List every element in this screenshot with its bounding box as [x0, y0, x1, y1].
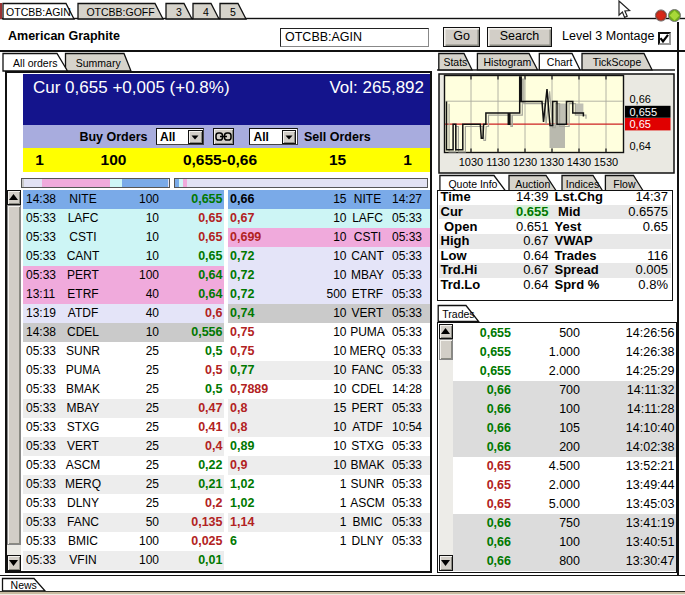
svg-text:OTCBB:GOFF: OTCBB:GOFF — [86, 6, 154, 18]
svg-text:Chart: Chart — [547, 56, 573, 68]
svg-text:0,66: 0,66 — [630, 93, 651, 105]
svg-text:3: 3 — [176, 6, 182, 18]
svg-text:0,65: 0,65 — [630, 118, 651, 130]
svg-text:Indices: Indices — [566, 178, 599, 190]
svg-text:Stats: Stats — [443, 56, 467, 68]
svg-text:OTCBB:AGIN: OTCBB:AGIN — [6, 6, 71, 18]
svg-text:Trades: Trades — [442, 308, 474, 320]
svg-text:TickScope: TickScope — [593, 56, 642, 68]
svg-text:0,655: 0,655 — [630, 106, 658, 118]
svg-text:Quote Info: Quote Info — [448, 178, 497, 190]
svg-text:Auction: Auction — [515, 178, 550, 190]
svg-text:Flow: Flow — [613, 178, 636, 190]
svg-text:1230: 1230 — [513, 156, 537, 168]
svg-text:4: 4 — [203, 6, 209, 18]
svg-text:1030: 1030 — [459, 156, 483, 168]
svg-text:Histogram: Histogram — [484, 56, 532, 68]
svg-text:5: 5 — [230, 6, 236, 18]
svg-text:News: News — [11, 579, 37, 591]
svg-text:0,64: 0,64 — [630, 140, 651, 152]
svg-text:1530: 1530 — [594, 156, 618, 168]
svg-text:Summary: Summary — [76, 57, 122, 69]
svg-text:All orders: All orders — [13, 57, 57, 69]
svg-text:1430: 1430 — [567, 156, 591, 168]
svg-text:1130: 1130 — [486, 156, 510, 168]
svg-text:1330: 1330 — [540, 156, 564, 168]
